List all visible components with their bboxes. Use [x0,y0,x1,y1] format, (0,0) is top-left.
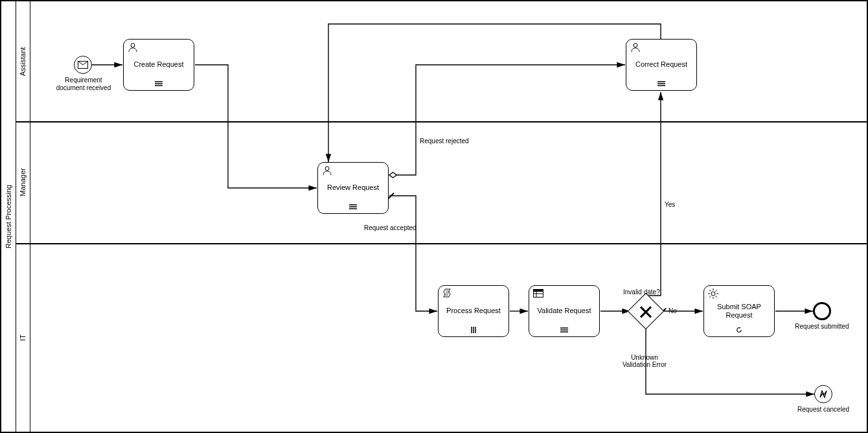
end-event-canceled [814,385,832,403]
svg-line-32 [716,296,717,298]
message-icon [78,61,88,69]
multi-instance-sequential-icon [657,80,666,87]
task-validate-request-label: Validate Request [532,307,597,315]
end-event-canceled-label: Request canceled [794,406,852,414]
task-submit-soap-request-label: Submit SOAP Request [707,303,771,320]
gateway-invalid-date-label: Invalid date? [623,288,660,296]
lane-title-manager: Manager [16,121,30,243]
task-validate-request: Validate Request [529,285,600,337]
task-submit-soap-request: Submit SOAP Request [703,285,775,337]
svg-line-33 [716,290,717,291]
svg-point-5 [634,43,637,47]
lane-title-assistant-label: Assistant [19,47,27,76]
task-create-request: Create Request [123,39,194,91]
multi-instance-sequential-icon [154,80,163,87]
end-event-submitted-label: Request submitted [793,323,851,331]
flow-no-label: No [668,307,677,314]
svg-point-1 [131,43,135,47]
user-task-icon [128,42,138,53]
script-task-icon [442,288,453,299]
start-event-label: Requirement document received [54,76,113,92]
flow-rejected-label: Request rejected [420,137,469,145]
svg-rect-20 [534,290,543,292]
lane-divider-2 [16,243,867,244]
task-create-request-label: Create Request [126,60,191,69]
lane-title-manager-label: Manager [19,168,27,196]
flow-yes-label: Yes [665,201,675,208]
user-task-icon [322,165,332,176]
bpmn-diagram: Request Processing Assistant Manager IT [0,0,868,433]
gateway-invalid-date [628,293,665,330]
svg-point-9 [325,167,329,170]
svg-line-31 [709,290,711,291]
user-task-icon [630,42,641,53]
svg-point-26 [711,292,715,296]
flow-accepted-label: Request accepted [364,224,417,231]
loop-icon [735,327,744,333]
lane-title-it: IT [16,243,30,432]
multi-instance-parallel-icon [469,327,478,333]
svg-line-34 [709,296,711,298]
flow-unknown-error-label: Unknown Validation Error [622,354,667,368]
multi-instance-sequential-icon [348,204,358,210]
task-correct-request-label: Correct Request [629,60,694,69]
lane-title-assistant: Assistant [16,1,30,121]
task-review-request: Review Request [317,162,389,214]
exclusive-gateway-icon [633,299,659,325]
end-event-submitted [813,302,831,320]
start-event [74,56,92,74]
lane-divider-1 [16,121,867,123]
business-rule-task-icon [533,288,543,299]
pool-title: Request Processing [1,1,16,432]
pool-title-label: Request Processing [5,185,12,248]
service-task-icon [708,288,718,299]
task-review-request-label: Review Request [321,183,385,192]
task-process-request-label: Process Request [441,307,506,315]
multi-instance-sequential-icon [560,327,569,333]
error-icon [818,389,828,399]
task-correct-request: Correct Request [626,39,697,91]
task-process-request: Process Request [438,285,509,337]
lane-title-it-label: IT [19,334,27,341]
